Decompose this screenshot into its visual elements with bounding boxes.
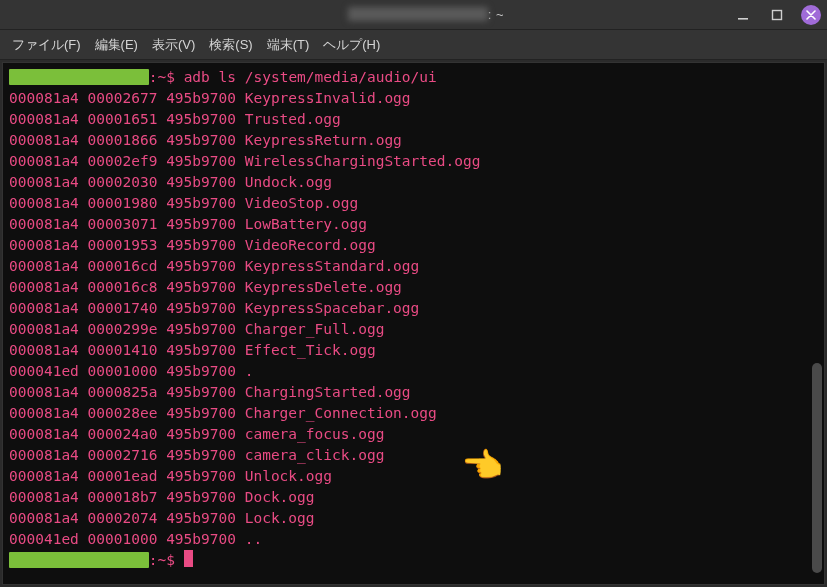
prompt-dollar: $: [166, 552, 175, 568]
close-button[interactable]: [801, 5, 821, 25]
menu-help[interactable]: ヘルプ(H): [323, 36, 380, 54]
prompt-dollar: $: [166, 69, 175, 85]
ls-row: 000081a4 00003071 495b9700 LowBattery.og…: [9, 216, 367, 232]
menu-search[interactable]: 検索(S): [209, 36, 252, 54]
ls-row: 000081a4 00002ef9 495b9700 WirelessCharg…: [9, 153, 480, 169]
ls-row: 000081a4 000028ee 495b9700 Charger_Conne…: [9, 405, 437, 421]
ls-row: 000081a4 00001866 495b9700 KeypressRetur…: [9, 132, 402, 148]
terminal-cursor: [184, 550, 193, 567]
title-suffix: : ~: [488, 7, 504, 22]
ls-row: 000081a4 00002677 495b9700 KeypressInval…: [9, 90, 411, 106]
terminal-output[interactable]: xxxxxxxxxxxxxxxx:~$ adb ls /system/media…: [3, 63, 810, 584]
prompt-user: xxxxxxxxxxxxxxxx: [9, 69, 149, 85]
menu-view[interactable]: 表示(V): [152, 36, 195, 54]
maximize-button[interactable]: [767, 5, 787, 25]
ls-row: 000081a4 00002030 495b9700 Undock.ogg: [9, 174, 332, 190]
menu-file[interactable]: ファイル(F): [12, 36, 81, 54]
terminal-area[interactable]: xxxxxxxxxxxxxxxx:~$ adb ls /system/media…: [2, 62, 825, 585]
ls-row: 000081a4 00001410 495b9700 Effect_Tick.o…: [9, 342, 376, 358]
terminal-window: : ~ ファイル(F) 編集(E) 表示(V) 検索(S) 端末(T) ヘルプ(…: [0, 0, 827, 587]
ls-row: 000081a4 00002716 495b9700 camera_click.…: [9, 447, 384, 463]
window-title: : ~: [323, 0, 504, 37]
ls-row: 000081a4 00002074 495b9700 Lock.ogg: [9, 510, 315, 526]
ls-row: 000081a4 00001ead 495b9700 Unlock.ogg: [9, 468, 332, 484]
ls-row: 000081a4 0000825a 495b9700 ChargingStart…: [9, 384, 411, 400]
ls-row: 000041ed 00001000 495b9700 ..: [9, 531, 262, 547]
ls-row: 000041ed 00001000 495b9700 .: [9, 363, 253, 379]
ls-row: 000081a4 000016cd 495b9700 KeypressStand…: [9, 258, 419, 274]
menu-terminal[interactable]: 端末(T): [267, 36, 310, 54]
ls-row: 000081a4 00001651 495b9700 Trusted.ogg: [9, 111, 341, 127]
scrollbar-thumb[interactable]: [812, 363, 822, 573]
pointing-hand-icon: 👈: [461, 448, 503, 482]
prompt-path: ~: [157, 552, 166, 568]
ls-row: 000081a4 000018b7 495b9700 Dock.ogg: [9, 489, 315, 505]
window-controls: [733, 0, 821, 30]
svg-rect-1: [773, 11, 782, 20]
menu-edit[interactable]: 編集(E): [95, 36, 138, 54]
ls-row: 000081a4 0000299e 495b9700 Charger_Full.…: [9, 321, 384, 337]
ls-row: 000081a4 000024a0 495b9700 camera_focus.…: [9, 426, 384, 442]
command-text: adb ls /system/media/audio/ui: [184, 69, 437, 85]
prompt-user: xxxxxxxxxxxxxxxx: [9, 552, 149, 568]
minimize-button[interactable]: [733, 5, 753, 25]
title-redacted: [348, 7, 488, 21]
ls-row: 000081a4 00001953 495b9700 VideoRecord.o…: [9, 237, 376, 253]
window-titlebar[interactable]: : ~: [0, 0, 827, 30]
ls-row: 000081a4 00001980 495b9700 VideoStop.ogg: [9, 195, 358, 211]
prompt-path: ~: [157, 69, 166, 85]
ls-row: 000081a4 000016c8 495b9700 KeypressDelet…: [9, 279, 402, 295]
ls-row: 000081a4 00001740 495b9700 KeypressSpace…: [9, 300, 419, 316]
svg-rect-0: [738, 18, 748, 20]
